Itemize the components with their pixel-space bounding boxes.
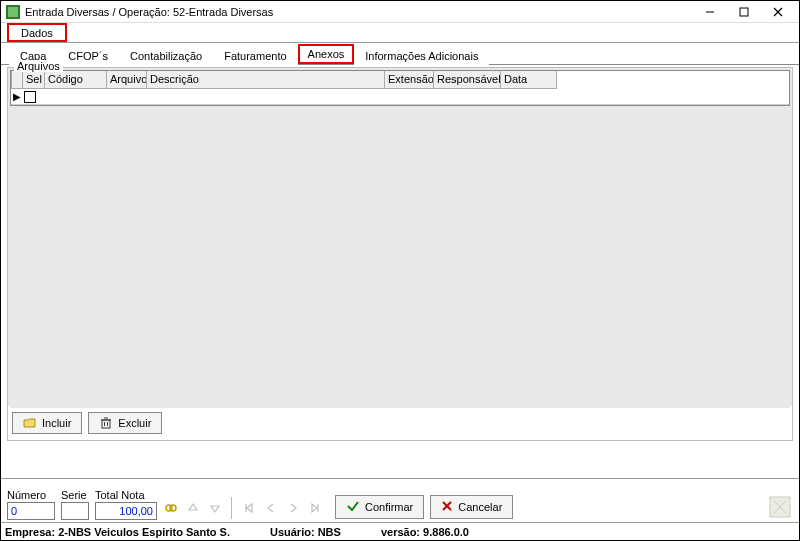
nav-icons-group <box>163 497 323 520</box>
check-icon <box>346 499 360 515</box>
tab-faturamento[interactable]: Faturamento <box>213 45 297 65</box>
incluir-label: Incluir <box>42 417 71 429</box>
confirmar-label: Confirmar <box>365 501 413 513</box>
tab-info-adicionais[interactable]: Informações Adicionais <box>354 45 489 65</box>
app-icon <box>5 4 21 20</box>
window-controls <box>693 2 795 22</box>
confirmar-button[interactable]: Confirmar <box>335 495 424 519</box>
col-indicator <box>11 71 23 89</box>
arquivos-groupbox: Arquivos Sel Código Arquivo Descrição Ex… <box>7 67 793 441</box>
total-nota-label: Total Nota <box>95 489 157 501</box>
separator <box>231 497 233 519</box>
row-sel-checkbox[interactable] <box>24 91 36 103</box>
titlebar: Entrada Diversas / Operação: 52-Entrada … <box>1 1 799 23</box>
numero-label: Número <box>7 489 55 501</box>
excluir-button[interactable]: Excluir <box>88 412 162 434</box>
col-arquivo[interactable]: Arquivo <box>107 71 147 89</box>
attachments-grid[interactable]: Sel Código Arquivo Descrição Extensão Re… <box>10 70 790 106</box>
status-empresa: Empresa: 2-NBS Veiculos Espirito Santo S… <box>5 526 230 538</box>
col-extensao[interactable]: Extensão <box>385 71 434 89</box>
group-legend: Arquivos <box>14 60 63 72</box>
svg-rect-3 <box>740 8 748 16</box>
minimize-button[interactable] <box>693 2 727 22</box>
nav-prev-icon[interactable] <box>263 500 279 516</box>
col-codigo[interactable]: Código <box>45 71 107 89</box>
svg-point-12 <box>170 505 176 511</box>
col-descricao[interactable]: Descrição <box>147 71 385 89</box>
col-sel[interactable]: Sel <box>23 71 45 89</box>
app-window: Entrada Diversas / Operação: 52-Entrada … <box>0 0 800 541</box>
total-nota-field: Total Nota <box>95 489 157 520</box>
tab-anexos[interactable]: Anexos <box>298 44 355 64</box>
nav-last-icon[interactable] <box>307 500 323 516</box>
serie-label: Serie <box>61 489 89 501</box>
serie-input[interactable] <box>61 502 89 520</box>
col-data[interactable]: Data <box>501 71 557 89</box>
status-versao: versão: 9.886.0.0 <box>381 526 469 538</box>
tab-strip: Capa CFOP´s Contabilização Faturamento A… <box>1 43 799 65</box>
corner-logo-icon <box>767 494 793 520</box>
link-icon[interactable] <box>163 500 179 516</box>
x-icon <box>441 500 453 514</box>
window-title: Entrada Diversas / Operação: 52-Entrada … <box>25 6 693 18</box>
status-bar: Empresa: 2-NBS Veiculos Espirito Santo S… <box>1 522 799 540</box>
footer-toolbar: Número Serie Total Nota <box>1 478 799 522</box>
row-indicator-icon: ▶ <box>11 91 23 102</box>
grid-area: Sel Código Arquivo Descrição Extensão Re… <box>8 68 792 406</box>
grid-empty-area <box>10 106 790 408</box>
total-nota-input[interactable] <box>95 502 157 520</box>
nav-first-icon[interactable] <box>241 500 257 516</box>
folder-add-icon <box>23 416 37 430</box>
close-button[interactable] <box>761 2 795 22</box>
menu-dados[interactable]: Dados <box>7 23 67 42</box>
svg-rect-6 <box>102 420 110 428</box>
grid-row[interactable]: ▶ <box>11 89 789 105</box>
tab-contabilizacao[interactable]: Contabilização <box>119 45 213 65</box>
numero-input[interactable] <box>7 502 55 520</box>
content-spacer <box>1 441 799 478</box>
trash-icon <box>99 416 113 430</box>
arrow-down-icon[interactable] <box>207 500 223 516</box>
maximize-button[interactable] <box>727 2 761 22</box>
grid-header-row: Sel Código Arquivo Descrição Extensão Re… <box>11 71 789 89</box>
arrow-up-icon[interactable] <box>185 500 201 516</box>
confirm-buttons: Confirmar Cancelar <box>335 495 513 520</box>
status-usuario: Usuário: NBS <box>270 526 341 538</box>
col-responsavel[interactable]: Responsável <box>434 71 501 89</box>
nav-next-icon[interactable] <box>285 500 301 516</box>
cancelar-button[interactable]: Cancelar <box>430 495 513 519</box>
serie-field: Serie <box>61 489 89 520</box>
incluir-button[interactable]: Incluir <box>12 412 82 434</box>
numero-field: Número <box>7 489 55 520</box>
tab-cfops[interactable]: CFOP´s <box>57 45 119 65</box>
cancelar-label: Cancelar <box>458 501 502 513</box>
svg-rect-1 <box>8 7 18 17</box>
group-button-row: Incluir Excluir <box>8 406 792 440</box>
menubar: Dados <box>1 23 799 43</box>
excluir-label: Excluir <box>118 417 151 429</box>
